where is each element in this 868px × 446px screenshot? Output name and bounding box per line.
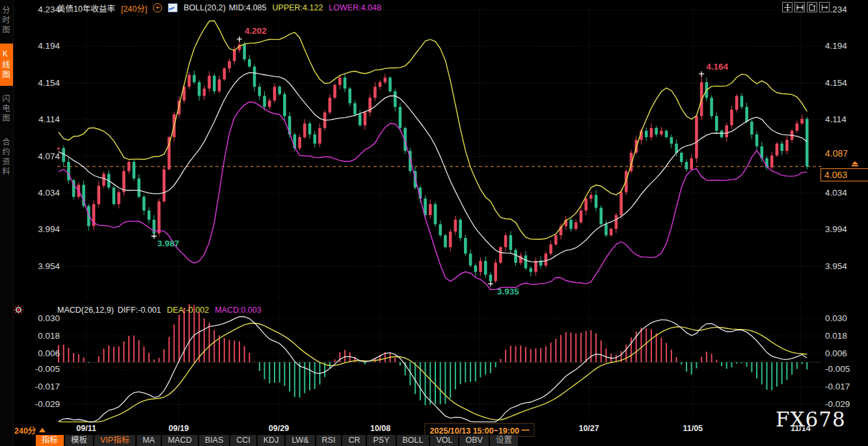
- axis-tick-label: 4.114: [20, 114, 60, 124]
- svg-text:3.935: 3.935: [497, 287, 519, 296]
- sidebar-tab-合约资料[interactable]: 合约资料: [0, 132, 13, 183]
- fit-width-icon[interactable]: [794, 2, 805, 12]
- toolbar-button-BIAS[interactable]: BIAS: [199, 435, 230, 446]
- toolbar-button-MA[interactable]: MA: [137, 435, 161, 446]
- sidebar-tab-K线图[interactable]: K线图: [0, 44, 13, 86]
- axis-tick-label: 3.994: [20, 224, 60, 234]
- axis-tick-label: 4.114: [825, 114, 867, 124]
- axis-tick-label: 4.154: [20, 78, 60, 88]
- axis-tick-label: 4.074: [20, 151, 60, 161]
- axis-tick-label: 0.030: [825, 313, 867, 323]
- chart-tools: [782, 2, 830, 12]
- sidebar: 分时图K线图闪电图合约资料: [0, 0, 14, 446]
- jump-to-latest-button[interactable]: [850, 161, 860, 168]
- axis-tick-label: 0.030: [20, 313, 60, 323]
- axis-tick-label: 4.234: [825, 5, 867, 14]
- toolbar-button-LW&[interactable]: LW&: [286, 435, 314, 446]
- main-chart-canvas[interactable]: 4.2023.9873.9354.164: [13, 0, 868, 302]
- blink-indicator-icon: [14, 305, 23, 317]
- axis-tick-label: 3.954: [20, 261, 60, 271]
- indicator-toolbar: 指标模板VIP指标MAMACDBIASCCIKDJLW&RSICRPSYBOLL…: [13, 435, 868, 446]
- axis-tick-label: 4.234: [20, 5, 60, 14]
- axis-tick-label: -0.029: [20, 399, 60, 409]
- period-badge[interactable]: [240分]: [121, 2, 147, 14]
- axis-tick-label: 4.034: [825, 188, 867, 198]
- toolbar-button-RSI[interactable]: RSI: [316, 435, 342, 446]
- axis-tick-label: 4.194: [825, 41, 867, 51]
- sidebar-tab-分时图[interactable]: 分时图: [0, 0, 13, 41]
- macd-canvas[interactable]: [13, 302, 868, 424]
- svg-text:4.202: 4.202: [245, 26, 267, 36]
- svg-text:4.164: 4.164: [706, 62, 728, 72]
- date-tick-label: 11/05: [683, 424, 703, 433]
- axis-tick-label: -0.005: [20, 364, 60, 374]
- axis-tick-label: 0.006: [825, 348, 867, 358]
- caret-up-icon: [39, 428, 46, 432]
- toolbar-button-PSY[interactable]: PSY: [367, 435, 395, 446]
- macd-header: MACD(26,12,9) DIFF:-0.001 DEA:-0.002 MAC…: [57, 305, 262, 315]
- axis-tick-label: 3.954: [825, 261, 867, 271]
- date-tick-label: 10/08: [370, 424, 390, 433]
- instrument-title: 美债10年收益率: [57, 2, 115, 14]
- date-tick-label: 09/19: [169, 424, 189, 433]
- toolbar-button-OBV[interactable]: OBV: [459, 435, 488, 446]
- axis-tick-label: -0.017: [825, 382, 867, 391]
- reference-price-tag: 4.087: [822, 148, 868, 159]
- indicator-chart-icon[interactable]: [168, 3, 178, 12]
- toolbar-button-VOL[interactable]: VOL: [430, 435, 458, 446]
- sidebar-tab-闪电图[interactable]: 闪电图: [0, 88, 13, 129]
- macd-dea-value: DEA:-0.002: [167, 306, 210, 315]
- macd-indicator-label: MACD(26,12,9): [57, 306, 114, 315]
- axis-tick-label: 3.994: [825, 224, 867, 234]
- macd-diff-value: DIFF:-0.001: [118, 306, 161, 315]
- fit-height-icon[interactable]: [807, 2, 817, 12]
- toolbar-button-指标[interactable]: 指标: [36, 435, 64, 446]
- macd-macd-value: MACD:0.003: [215, 306, 262, 315]
- axis-tick-label: -0.029: [825, 399, 867, 409]
- chart-header: 美债10年收益率 [240分] BOLL(20,2) MID:4.085 UPP…: [57, 2, 381, 14]
- axis-tick-label: 0.006: [20, 348, 60, 358]
- export-icon[interactable]: [819, 2, 830, 12]
- date-tick-label: 10/27: [578, 424, 599, 433]
- toolbar-button-MACD[interactable]: MACD: [162, 435, 198, 446]
- axis-tick-label: -0.017: [20, 382, 60, 391]
- add-indicator-icon[interactable]: [153, 3, 162, 12]
- toolbar-button-VIP指标[interactable]: VIP指标: [94, 435, 135, 446]
- axis-tick-label: 4.154: [825, 78, 867, 88]
- toolbar-button-模板[interactable]: 模板: [65, 435, 93, 446]
- axis-tick-label: -0.005: [825, 364, 867, 374]
- boll-mid-value: MID:4.085: [229, 3, 267, 12]
- trading-app-window: { "app": { "watermark": "FX678" }, "side…: [0, 0, 868, 446]
- toolbar-button-CR[interactable]: CR: [342, 435, 366, 446]
- axis-tick-label: 4.194: [20, 41, 60, 51]
- axis-tick-label: 0.018: [20, 331, 60, 341]
- toolbar-button-BOLL[interactable]: BOLL: [397, 435, 429, 446]
- boll-indicator-label: BOLL(20,2): [183, 3, 226, 12]
- date-axis: 240分 09/1109/1909/2910/082025/10/13 15:0…: [13, 423, 868, 434]
- date-tick-label: 09/11: [76, 424, 96, 433]
- boll-upper-value: UPPER:4.122: [273, 3, 323, 12]
- toolbar-button-设置[interactable]: 设置: [490, 435, 518, 446]
- last-price-tag: 4.063: [821, 168, 868, 181]
- boll-lower-value: LOWER:4.048: [329, 3, 381, 12]
- pan-icon[interactable]: [782, 2, 793, 12]
- toolbar-button-CCI[interactable]: CCI: [230, 435, 256, 446]
- axis-tick-label: 0.018: [825, 331, 867, 341]
- date-tick-label: 09/29: [269, 424, 289, 433]
- svg-text:3.987: 3.987: [157, 239, 180, 248]
- axis-tick-label: 4.034: [20, 188, 60, 198]
- date-tick-label: 11/14: [791, 424, 811, 433]
- toolbar-button-KDJ[interactable]: KDJ: [258, 435, 285, 446]
